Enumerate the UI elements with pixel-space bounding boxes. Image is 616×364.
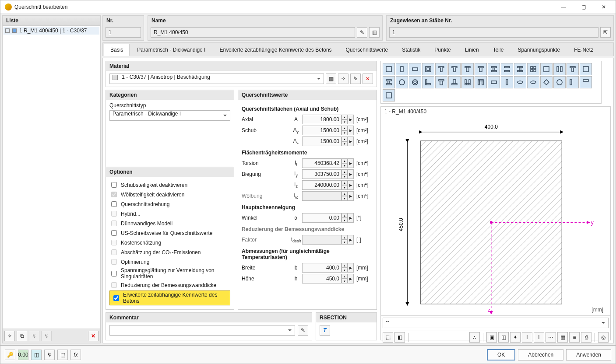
pick-icon[interactable]: ⇱: [600, 27, 611, 38]
row-value[interactable]: 1800.00: [302, 115, 341, 124]
spinner[interactable]: ▲▼: [341, 126, 348, 135]
option-erweiterte-zeitabh-ngige-kennw[interactable]: Erweiterte zeitabhängige Kennwerte des B…: [109, 290, 230, 305]
option-querschnittsdrehung[interactable]: Querschnittsdrehung: [109, 200, 230, 208]
name-field[interactable]: R_M1 400/450: [151, 27, 355, 38]
pv-colors-icon[interactable]: ∴: [469, 332, 480, 343]
checkbox[interactable]: [113, 295, 119, 301]
shape-button-9[interactable]: [501, 63, 513, 75]
shape-button-31[interactable]: [580, 76, 592, 88]
shape-button-7[interactable]: [475, 63, 487, 75]
shape-button-30[interactable]: [567, 76, 579, 88]
typ-select[interactable]: Parametrisch - Dickwandige I: [109, 110, 230, 121]
shape-button-23[interactable]: [475, 76, 487, 88]
shape-button-25[interactable]: [501, 76, 513, 88]
maximize-button[interactable]: ▢: [574, 0, 594, 13]
checkbox[interactable]: [111, 182, 117, 188]
shape-button-8[interactable]: [488, 63, 500, 75]
spinner[interactable]: ▲▼: [341, 180, 348, 190]
list-item[interactable]: 1 R_M1 400/450 | 1 - C30/37: [4, 27, 99, 35]
shape-button-20[interactable]: [435, 76, 447, 88]
checkbox[interactable]: [111, 271, 117, 276]
tab-zeitabhaengig[interactable]: Erweiterte zeitabhängige Kennwerte des B…: [213, 44, 338, 56]
material-delete-icon[interactable]: ✕: [363, 74, 373, 84]
shape-button-29[interactable]: [553, 76, 566, 88]
tab-spannung[interactable]: Spannungspunkte: [511, 44, 567, 56]
tab-linien[interactable]: Linien: [458, 44, 486, 56]
shape-button-11[interactable]: [527, 63, 539, 75]
pv-t3-icon[interactable]: ⋯: [546, 332, 556, 343]
more-icon[interactable]: ▶: [348, 126, 354, 135]
pv-dim-icon[interactable]: ◫: [498, 332, 509, 343]
footer-tool2-icon[interactable]: ⬚: [57, 350, 68, 360]
shape-button-15[interactable]: [580, 63, 592, 75]
cancel-button[interactable]: Abbrechen: [518, 349, 563, 360]
material-select[interactable]: 1 - C30/37 | Anisotrop | Beschädigung: [109, 74, 324, 84]
action1-button[interactable]: ↯: [29, 331, 39, 341]
row-value[interactable]: 303750.00: [302, 169, 341, 179]
preview-combo[interactable]: --: [383, 318, 609, 328]
more-icon[interactable]: ▶: [348, 169, 354, 179]
row-value[interactable]: 400.0: [302, 263, 341, 273]
spinner[interactable]: ▲▼: [341, 263, 348, 273]
kommentar-field[interactable]: [109, 325, 295, 336]
shape-button-32[interactable]: [383, 89, 395, 102]
tab-basis[interactable]: Basis: [104, 44, 130, 56]
row-value[interactable]: 450.0: [302, 274, 341, 284]
shape-button-19[interactable]: [422, 76, 434, 88]
shape-button-2[interactable]: [409, 63, 421, 75]
list-body[interactable]: 1 R_M1 400/450 | 1 - C30/37: [3, 26, 100, 329]
more-icon[interactable]: ▶: [348, 263, 354, 273]
pv-grid-icon[interactable]: ▦: [557, 332, 568, 343]
pv-fit-icon[interactable]: ▣: [486, 332, 497, 343]
shape-button-13[interactable]: [553, 63, 566, 75]
option-schubsteifigkeit-deaktivieren[interactable]: Schubsteifigkeit deaktivieren: [109, 181, 230, 189]
shape-button-6[interactable]: [461, 63, 474, 75]
shape-button-17[interactable]: [396, 76, 408, 88]
spinner[interactable]: ▲▼: [341, 115, 348, 124]
library-icon[interactable]: ▥: [369, 27, 380, 38]
assigned-field[interactable]: 1: [389, 27, 598, 38]
nr-field[interactable]: 1: [106, 27, 141, 38]
shape-button-0[interactable]: [383, 63, 395, 75]
material-library-icon[interactable]: ▥: [326, 74, 336, 84]
more-icon[interactable]: ▶: [348, 115, 354, 124]
delete-button[interactable]: ✕: [88, 331, 99, 341]
spinner[interactable]: ▲▼: [341, 158, 348, 168]
row-value[interactable]: 240000.00: [302, 180, 341, 190]
shape-button-3[interactable]: [422, 63, 434, 75]
tab-parametrisch[interactable]: Parametrisch - Dickwandige I: [130, 44, 212, 56]
tab-fenetz[interactable]: FE-Netz: [567, 44, 600, 56]
shape-button-27[interactable]: [527, 76, 539, 88]
row-value[interactable]: 0.00: [302, 213, 341, 223]
shape-button-10[interactable]: [514, 63, 526, 75]
pv-t1-icon[interactable]: I: [522, 332, 532, 343]
minimize-button[interactable]: —: [553, 0, 574, 13]
footer-display-icon[interactable]: ◫: [31, 350, 42, 360]
pv-tool-2[interactable]: ◧: [394, 332, 405, 343]
spinner[interactable]: ▲▼: [341, 274, 348, 284]
option-spannungsgl-ttung-zur-vermeidu[interactable]: Spannungsglättung zur Vermeidung von Sin…: [109, 267, 230, 280]
material-new-icon[interactable]: ✧: [338, 74, 348, 84]
rsection-button[interactable]: T: [320, 325, 330, 336]
apply-button[interactable]: Anwenden: [566, 349, 611, 360]
kommentar-edit-icon[interactable]: ✎: [298, 325, 308, 336]
spinner[interactable]: ▲▼: [341, 213, 348, 223]
checkbox[interactable]: [111, 230, 117, 236]
pv-print-icon[interactable]: ⎙: [581, 332, 591, 343]
tab-teile[interactable]: Teile: [486, 44, 510, 56]
shape-button-14[interactable]: [567, 63, 579, 75]
ok-button[interactable]: OK: [487, 349, 515, 360]
row-value[interactable]: 1500.00: [302, 126, 341, 135]
edit-name-icon[interactable]: ✎: [357, 27, 367, 38]
shape-button-5[interactable]: [448, 63, 461, 75]
more-icon[interactable]: ▶: [348, 274, 354, 284]
more-icon[interactable]: ▶: [348, 180, 354, 190]
shape-button-18[interactable]: [409, 76, 421, 88]
tab-punkte[interactable]: Punkte: [428, 44, 457, 56]
row-value[interactable]: 1500.00: [302, 136, 341, 146]
pv-target-icon[interactable]: ◎: [598, 332, 609, 343]
tab-statistik[interactable]: Statistik: [395, 44, 427, 56]
shape-button-22[interactable]: [461, 76, 474, 88]
close-button[interactable]: ✕: [594, 0, 614, 13]
footer-units-icon[interactable]: 0.00: [18, 350, 28, 360]
